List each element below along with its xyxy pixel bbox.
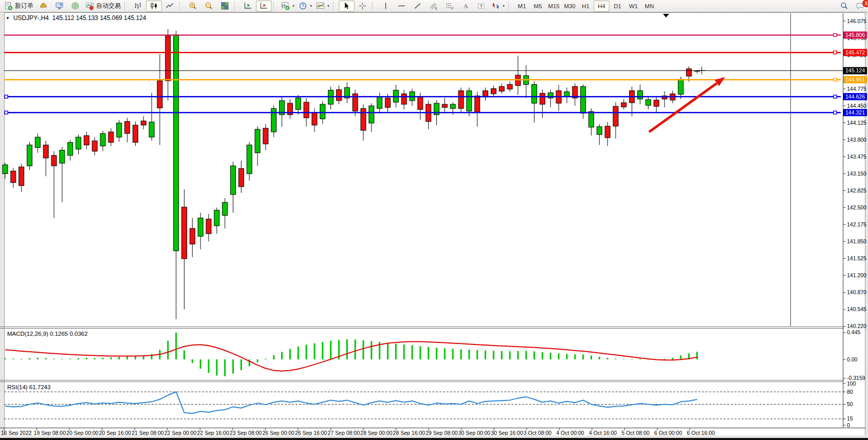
line-handle[interactable] <box>5 95 8 98</box>
arrows-button[interactable]: ▾ <box>489 1 507 12</box>
chart-candles-icon <box>150 2 158 10</box>
macd-histogram-bar <box>680 355 681 359</box>
candle-body <box>92 141 97 151</box>
book-gold-icon <box>39 2 48 10</box>
new-order-button-label: 新订单 <box>15 2 33 10</box>
line-handle[interactable] <box>5 111 8 114</box>
price-tick-label: 140.870 <box>847 289 866 295</box>
macd-histogram-bar <box>53 359 55 359</box>
macd-histogram-bar <box>444 348 446 359</box>
macd-histogram-bar <box>298 347 299 359</box>
timeframe-button-mn[interactable]: MN <box>641 1 657 12</box>
candle-body <box>621 103 626 107</box>
time-tick-label: 21 Sep 08:00 <box>132 430 164 436</box>
crosshair-button[interactable] <box>355 1 371 12</box>
line-handle[interactable] <box>834 78 837 81</box>
macd-histogram-bar <box>590 356 592 359</box>
time-tick-label: 27 Sep 08:00 <box>328 430 360 436</box>
zoom-in-button[interactable] <box>185 1 201 12</box>
time-tick-label: 30 Sep 00:00 <box>458 430 491 436</box>
fibonacci-button[interactable]: F <box>441 1 457 12</box>
timeframe-label: D1 <box>614 3 621 9</box>
candlestick-chart-button[interactable] <box>146 1 162 12</box>
line-handle[interactable] <box>834 111 837 114</box>
macd-histogram-bar <box>615 359 617 359</box>
text-label-button[interactable]: T <box>473 1 489 12</box>
candle-body <box>133 125 138 143</box>
chevron-down-icon: ▾ <box>327 4 329 8</box>
candle-body <box>296 98 301 109</box>
chart-canvas[interactable]: 146.075145.750145.425145.100144.775144.4… <box>0 12 868 440</box>
macd-histogram-bar <box>86 358 87 359</box>
candle-body <box>605 126 610 138</box>
macd-histogram-bar <box>110 357 112 359</box>
time-tick-label: 29 Sep 08:00 <box>426 430 458 436</box>
bar-chart-button[interactable] <box>130 1 146 12</box>
new-order-button[interactable]: 新订单 <box>2 1 35 12</box>
line-handle[interactable] <box>834 95 837 98</box>
trendline-button[interactable] <box>410 1 426 12</box>
candle-body <box>60 150 65 163</box>
macd-histogram-bar <box>566 354 567 359</box>
candle-body <box>255 129 260 153</box>
rsi-tick-label: 50 <box>847 401 853 407</box>
timeframe-button-w1[interactable]: W1 <box>625 1 641 12</box>
search-button[interactable] <box>836 1 852 12</box>
line-chart-button[interactable] <box>162 1 178 12</box>
timeframe-button-d1[interactable]: D1 <box>610 1 625 12</box>
macd-histogram-bar <box>289 349 291 359</box>
macd-histogram-bar <box>460 349 462 359</box>
fibonacci-icon: F <box>445 2 454 10</box>
timeframe-button-m30[interactable]: M30 <box>562 1 578 12</box>
indicators-button[interactable]: ▾ <box>314 1 331 12</box>
rsi-tick-label: 0 <box>847 422 850 428</box>
svg-text:F: F <box>452 7 454 10</box>
macd-histogram-bar <box>224 359 226 376</box>
line-handle[interactable] <box>834 33 837 36</box>
line-handle[interactable] <box>834 51 837 54</box>
trendline-icon <box>413 2 422 10</box>
macd-histogram-bar <box>118 357 120 359</box>
zoom-out-button[interactable] <box>201 1 217 12</box>
autotrading-button[interactable]: 自动交易 <box>83 1 123 12</box>
notification-badge: 1 <box>862 0 868 7</box>
strategy-tester-button[interactable] <box>67 1 83 12</box>
profiles-button[interactable]: ▾ <box>297 1 314 12</box>
chart-title[interactable]: ▼ USDJPY-,H4 145.112 145.133 145.069 145… <box>6 14 146 22</box>
time-tick-label: 3 Oct 08:00 <box>524 430 551 436</box>
vertical-line-button[interactable] <box>378 1 394 12</box>
macd-histogram-bar <box>12 358 14 359</box>
price-tag-label: 144.321 <box>845 109 865 116</box>
chart-shift-button[interactable] <box>256 1 272 12</box>
terminal-button[interactable] <box>51 1 67 12</box>
tile-windows-button[interactable] <box>217 1 233 12</box>
price-tag-label: 145.472 <box>845 49 865 55</box>
macd-histogram-bar <box>37 358 39 359</box>
candle-body <box>238 168 244 187</box>
window-left-frame <box>0 12 4 440</box>
autotrading-button-label: 自动交易 <box>96 2 121 10</box>
candle-body <box>458 91 464 109</box>
chat-button[interactable]: 1 <box>852 1 868 12</box>
equidistant-channel-button[interactable]: E <box>426 1 441 12</box>
timeframe-button-m15[interactable]: M15 <box>546 1 562 12</box>
macd-histogram-bar <box>192 359 193 363</box>
cursor-button[interactable] <box>339 1 355 12</box>
one-click-trading-collapse-icon[interactable]: ▼ <box>6 16 10 21</box>
timeframe-button-m1[interactable]: M1 <box>514 1 530 12</box>
chart-background <box>0 12 868 440</box>
time-tick-label: 28 Sep 00:00 <box>360 430 393 436</box>
timeframe-button-h4[interactable]: H4 <box>594 1 610 12</box>
macd-histogram-bar <box>322 342 323 359</box>
new-chart-button[interactable]: ▾ <box>279 1 297 12</box>
candle-body <box>564 92 569 97</box>
candle-body <box>581 87 586 113</box>
auto-scroll-button[interactable] <box>240 1 256 12</box>
candle-body <box>157 81 162 108</box>
quotes-button[interactable] <box>35 1 51 12</box>
timeframe-button-m5[interactable]: M5 <box>530 1 546 12</box>
text-button[interactable]: A <box>457 1 473 12</box>
timeframe-button-h1[interactable]: H1 <box>578 1 594 12</box>
price-tick-label: 140.220 <box>847 323 866 329</box>
horizontal-line-button[interactable] <box>394 1 410 12</box>
